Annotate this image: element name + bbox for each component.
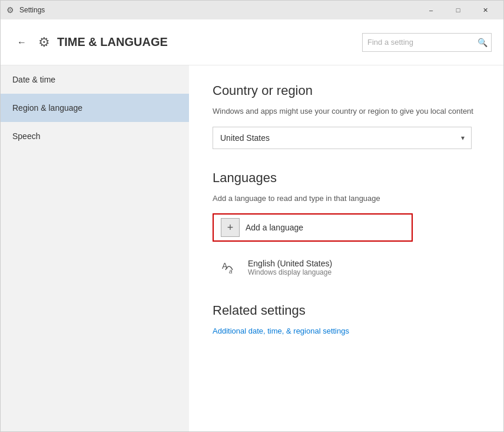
back-button[interactable]: ← — [12, 33, 31, 52]
country-select[interactable]: United States United Kingdom Canada Aust… — [213, 127, 472, 149]
main-area: Date & time Region & language Speech Cou… — [1, 65, 503, 431]
title-bar-text: Settings — [19, 6, 45, 14]
search-icon-button[interactable]: 🔍 — [473, 34, 491, 51]
header: ← ⚙ TIME & LANGUAGE 🔍 — [1, 19, 503, 65]
languages-section: Languages Add a language to read and typ… — [213, 170, 480, 285]
minimize-button[interactable]: – — [417, 1, 445, 19]
content-area: Country or region Windows and apps might… — [189, 65, 503, 431]
related-settings-title: Related settings — [213, 303, 480, 318]
sidebar-item-speech[interactable]: Speech — [1, 122, 189, 150]
languages-section-title: Languages — [213, 170, 480, 186]
language-font-icon: A a — [221, 258, 240, 277]
related-settings-link[interactable]: Additional date, time, & regional settin… — [213, 327, 349, 335]
sidebar: Date & time Region & language Speech — [1, 65, 189, 431]
plus-icon: + — [221, 218, 240, 237]
maximize-button[interactable]: □ — [445, 1, 472, 19]
settings-window: ⚙ Settings – □ ✕ ← ⚙ TIME & LANGUAGE 🔍 D… — [0, 0, 504, 432]
title-bar-controls: – □ ✕ — [417, 1, 499, 19]
language-info: English (United States) Windows display … — [248, 259, 332, 276]
language-sub: Windows display language — [248, 268, 332, 276]
search-box: 🔍 — [362, 33, 492, 52]
languages-section-desc: Add a language to read and type in that … — [213, 193, 480, 205]
header-gear-icon: ⚙ — [38, 35, 50, 50]
title-bar-left: ⚙ Settings — [1, 5, 45, 15]
related-settings-section: Related settings Additional date, time, … — [213, 303, 480, 336]
page-title: TIME & LANGUAGE — [57, 35, 355, 49]
sidebar-item-date-time[interactable]: Date & time — [1, 65, 189, 94]
sidebar-item-label: Speech — [12, 131, 40, 141]
add-language-label: Add a language — [246, 223, 303, 232]
sidebar-item-label: Date & time — [12, 75, 55, 84]
svg-text:A: A — [222, 261, 228, 271]
sidebar-item-region-language[interactable]: Region & language — [1, 94, 189, 122]
close-button[interactable]: ✕ — [472, 1, 499, 19]
settings-title-icon: ⚙ — [5, 5, 15, 15]
back-arrow-icon: ← — [17, 37, 26, 48]
language-list-item[interactable]: A a English (United States) Windows disp… — [213, 251, 413, 284]
country-section-title: Country or region — [213, 83, 480, 98]
country-select-wrapper: United States United Kingdom Canada Aust… — [213, 127, 472, 149]
sidebar-item-label: Region & language — [12, 103, 82, 113]
search-input[interactable] — [363, 34, 473, 51]
title-bar: ⚙ Settings – □ ✕ — [1, 1, 503, 19]
add-language-button[interactable]: + Add a language — [213, 213, 413, 242]
country-section-desc: Windows and apps might use your country … — [213, 105, 480, 117]
language-name: English (United States) — [248, 259, 332, 268]
language-icon: A a — [220, 257, 241, 278]
